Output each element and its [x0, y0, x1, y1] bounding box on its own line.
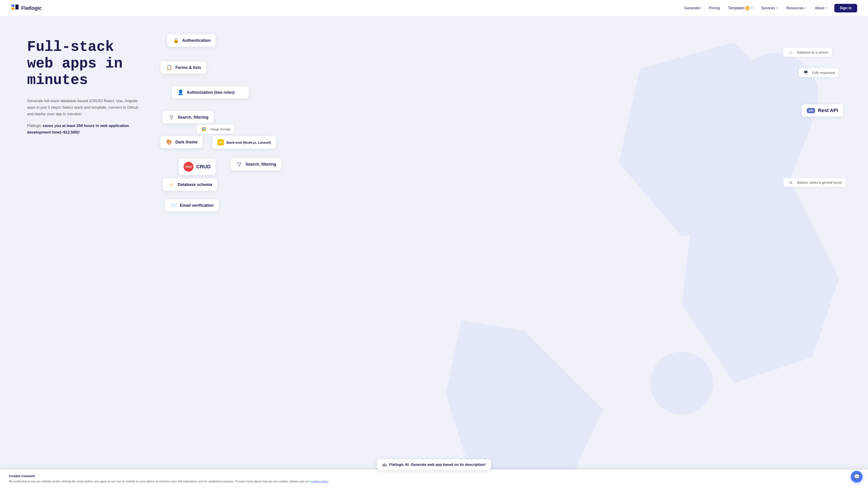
- hero-bold-prefix: Flatlogic: [27, 124, 42, 128]
- api-label: Rest API: [818, 107, 838, 113]
- authentication-label: Authentication: [182, 38, 211, 43]
- authorization-icon: 👤: [177, 90, 184, 95]
- nav-link-pricing[interactable]: Pricing: [706, 4, 723, 12]
- search2-icon: ▽: [236, 161, 243, 167]
- ai-banner-emoji: 🤖: [382, 462, 387, 467]
- feature-forms-lists[interactable]: 📋 Forms & lists: [160, 61, 206, 74]
- feature-email-verify[interactable]: ✉️ Email verification: [165, 199, 219, 212]
- responsive-icon: 🖥️: [802, 70, 809, 75]
- cookie-consent-bar: Cookie Consent By continuing to use our …: [0, 469, 868, 488]
- nav-label-resources: Resources: [786, 6, 804, 10]
- feature-search-filter-2[interactable]: ▽ Search, filtering: [230, 158, 281, 170]
- nav-item-resources[interactable]: Resources ▼: [783, 4, 810, 12]
- feature-db-schema[interactable]: ≡ Database schema: [163, 178, 217, 191]
- navbar: Flatlogic Generator Pricing Templates 49…: [0, 0, 868, 16]
- cookie-title: Cookie Consent: [9, 474, 859, 478]
- nav-link-about[interactable]: About ▼: [812, 4, 831, 12]
- nav-label-services: Services: [761, 6, 775, 10]
- hero-section: Full-stackweb apps inminutes Generate fu…: [0, 16, 868, 488]
- nav-item-about[interactable]: About ▼: [812, 4, 831, 12]
- svg-point-7: [650, 352, 713, 415]
- feature-authentication[interactable]: 🔒 Authentication: [167, 34, 216, 46]
- crud-label: CRUD: [196, 164, 211, 170]
- cookie-desc-text: By continuing to use our website and/or …: [9, 480, 309, 483]
- ai-banner[interactable]: 🤖 Flatlogic AI: Generate web app based o…: [377, 459, 491, 470]
- backend-label: Back-end (Node.js, Laravel): [226, 140, 271, 144]
- feature-crud[interactable]: CRUD CRUD: [179, 159, 216, 175]
- hero-bold-text: saves you at least 250 hours in web appl…: [27, 124, 129, 134]
- feature-authorization[interactable]: 👤 Authorization (two roles): [172, 86, 249, 98]
- sign-in-button[interactable]: Sign in: [834, 4, 857, 12]
- nav-label-templates: Templates: [728, 6, 744, 10]
- logo-icon: [11, 4, 19, 12]
- hero-description-bold: Flatlogic saves you at least 250 hours i…: [27, 123, 145, 136]
- feature-image-storage[interactable]: 🖼️ Image storage: [197, 125, 234, 133]
- nav-link-templates[interactable]: Templates 49 ▼: [725, 4, 756, 12]
- feature-dark-theme[interactable]: 🎨 Dark theme: [160, 136, 203, 148]
- nav-link-services[interactable]: Services ▼: [758, 4, 781, 12]
- feature-backend[interactable]: JS Back-end (Node.js, Laravel): [213, 136, 276, 149]
- image-storage-label: Image storage: [210, 127, 230, 131]
- db-schema-label: Database schema: [178, 182, 212, 187]
- svg-marker-4: [682, 173, 839, 383]
- backend-icon: JS: [217, 139, 224, 145]
- db-service-label: Database as a service: [797, 51, 828, 54]
- buttons-tables-label: Buttons, tables & general layout: [797, 181, 842, 184]
- hero-right-column: 🔒 Authentication ☁️ Database as a servic…: [158, 30, 850, 174]
- responsive-label: Fully responsive: [812, 71, 835, 74]
- api-icon: API: [807, 108, 815, 113]
- cookie-policy-link[interactable]: cookies policy: [310, 480, 328, 483]
- chat-button[interactable]: 💬: [851, 471, 863, 483]
- about-chevron: ▼: [825, 7, 828, 9]
- feature-db-service[interactable]: ☁️ Database as a service: [783, 48, 832, 57]
- search-label: Search, filtering: [178, 115, 209, 120]
- forms-label: Forms & lists: [176, 65, 201, 70]
- db-schema-icon: ≡: [168, 182, 175, 188]
- services-chevron: ▼: [776, 7, 778, 9]
- feature-fully-responsive[interactable]: 🖥️ Fully responsive: [799, 68, 839, 77]
- search2-label: Search, filtering: [246, 162, 276, 167]
- feature-buttons-tables[interactable]: ⊞ Buttons, tables & general layout: [783, 178, 845, 187]
- feature-rest-api[interactable]: API Rest API: [802, 104, 843, 117]
- hero-description: Generate full-stack database-based (CRUD…: [27, 98, 145, 118]
- crud-icon: CRUD: [184, 162, 193, 172]
- nav-link-resources[interactable]: Resources ▼: [783, 4, 810, 12]
- templates-badge: 49: [745, 6, 750, 10]
- templates-chevron: ▼: [751, 7, 753, 9]
- logo-text: Flatlogic: [21, 5, 41, 11]
- nav-item-templates[interactable]: Templates 49 ▼: [725, 4, 756, 12]
- forms-icon: 📋: [165, 65, 173, 70]
- resources-chevron: ▼: [804, 7, 807, 9]
- svg-rect-1: [11, 7, 14, 10]
- ai-banner-text: Flatlogic AI: Generate web app based on …: [389, 463, 486, 467]
- nav-label-generator: Generator: [684, 6, 701, 10]
- email-icon: ✉️: [170, 202, 177, 208]
- nav-link-generator[interactable]: Generator: [681, 4, 704, 12]
- svg-rect-0: [11, 4, 14, 7]
- chat-icon: 💬: [854, 474, 860, 480]
- hero-left-column: Full-stackweb apps inminutes Generate fu…: [27, 30, 158, 136]
- hero-title: Full-stackweb apps inminutes: [27, 39, 158, 89]
- dark-theme-label: Dark theme: [176, 140, 197, 144]
- nav-label-pricing: Pricing: [709, 6, 720, 10]
- nav-item-generator[interactable]: Generator: [681, 4, 704, 12]
- logo-link[interactable]: Flatlogic: [11, 4, 41, 12]
- nav-label-about: About: [815, 6, 825, 10]
- cookie-description: By continuing to use our website and/or …: [9, 479, 859, 484]
- authorization-label: Authorization (two roles): [187, 90, 235, 95]
- nav-item-services[interactable]: Services ▼: [758, 4, 781, 12]
- nav-links: Generator Pricing Templates 49 ▼ Service…: [681, 4, 831, 12]
- dark-theme-icon: 🎨: [165, 139, 173, 145]
- buttons-tables-icon: ⊞: [787, 180, 794, 185]
- authentication-icon: 🔒: [172, 37, 180, 43]
- svg-rect-2: [16, 4, 19, 9]
- nav-item-pricing[interactable]: Pricing: [706, 4, 723, 12]
- search-icon: ▽: [168, 114, 175, 120]
- feature-search-filter[interactable]: ▽ Search, filtering: [163, 111, 213, 123]
- db-service-icon: ☁️: [787, 50, 794, 55]
- image-storage-icon: 🖼️: [200, 127, 208, 131]
- email-label: Email verification: [180, 203, 214, 208]
